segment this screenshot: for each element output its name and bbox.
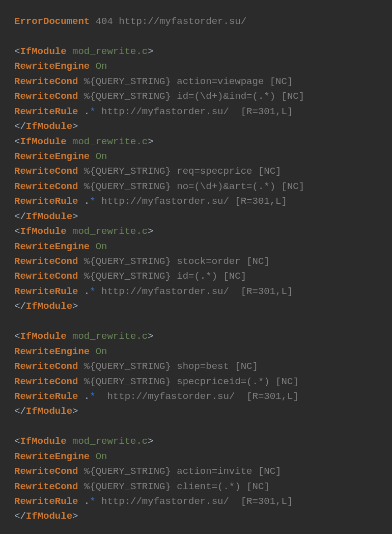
angle-open: </ — [14, 121, 26, 132]
line: RewriteRule .* http://myfastorder.su/ [R… — [14, 106, 293, 117]
directive-ifmodule: IfModule — [26, 301, 72, 312]
line: RewriteCond %{QUERY_STRING} specpriceid=… — [14, 376, 299, 387]
ifmodule-open: <IfModule mod_rewrite.c> — [14, 226, 154, 237]
line: RewriteCond %{QUERY_STRING} action=viewp… — [14, 76, 293, 87]
line: RewriteCond %{QUERY_STRING} no=(\d+)&art… — [14, 181, 304, 192]
line: RewriteRule .* http://myfastorder.su/ [R… — [14, 196, 287, 207]
directive-ifmodule: IfModule — [26, 211, 72, 222]
line: RewriteCond %{QUERY_STRING} id=(\d+)&ind… — [14, 91, 304, 102]
line: RewriteCond %{QUERY_STRING} client=(.*) … — [14, 481, 270, 492]
line: RewriteRule .* http://myfastorder.su/ [R… — [14, 496, 293, 507]
on-value: On — [96, 241, 107, 252]
angle-close: > — [72, 121, 78, 132]
angle-open: < — [14, 226, 20, 237]
directive-rewriteengine: RewriteEngine — [14, 61, 90, 72]
on-value: On — [96, 61, 107, 72]
line: RewriteEngine On — [14, 61, 107, 72]
line: RewriteCond %{QUERY_STRING} stock=order … — [14, 256, 270, 267]
angle-close: > — [148, 331, 153, 342]
rule-args: http://myfastorder.su/ [R=301,L] — [96, 496, 293, 507]
cond-args: %{QUERY_STRING} client=(.*) [NC] — [78, 481, 269, 492]
line: RewriteCond %{QUERY_STRING} action=invit… — [14, 466, 282, 477]
cond-args: %{QUERY_STRING} specpriceid=(.*) [NC] — [78, 376, 298, 387]
directive-rewriterule: RewriteRule — [14, 496, 78, 507]
directive-rewritecond: RewriteCond — [14, 91, 78, 102]
directive-ifmodule: IfModule — [20, 331, 66, 342]
line: RewriteCond %{QUERY_STRING} req=specpric… — [14, 166, 282, 177]
angle-close: > — [148, 136, 153, 147]
directive-rewriteengine: RewriteEngine — [14, 346, 90, 357]
on-value: On — [96, 151, 107, 162]
rule-args: http://myfastorder.su/ [R=301,L] — [96, 106, 293, 117]
regex-dot: . — [84, 196, 90, 207]
angle-close: > — [72, 406, 78, 417]
ifmodule-open: <IfModule mod_rewrite.c> — [14, 46, 154, 57]
module-name: mod_rewrite.c — [72, 436, 148, 447]
code-block: ErrorDocument 404 http://myfastorder.su/… — [14, 14, 392, 524]
regex-star: * — [90, 496, 95, 507]
regex-star: * — [90, 286, 95, 297]
rule-args: http://myfastorder.su/ [R=301,L] — [96, 391, 299, 402]
regex-dot: . — [84, 496, 90, 507]
ifmodule-open: <IfModule mod_rewrite.c> — [14, 331, 154, 342]
angle-close: > — [72, 511, 78, 522]
directive-rewritecond: RewriteCond — [14, 466, 78, 477]
on-value: On — [96, 451, 107, 462]
regex-dot: . — [84, 286, 90, 297]
angle-open: < — [14, 136, 20, 147]
directive-rewriteengine: RewriteEngine — [14, 241, 90, 252]
rule-args: http://myfastorder.su/ [R=301,L] — [96, 196, 287, 207]
directive-rewritecond: RewriteCond — [14, 271, 78, 282]
directive-rewriterule: RewriteRule — [14, 106, 78, 117]
directive-ifmodule: IfModule — [26, 121, 72, 132]
line: RewriteRule .* http://myfastorder.su/ [R… — [14, 391, 299, 402]
ifmodule-close: </IfModule> — [14, 511, 78, 522]
directive-ifmodule: IfModule — [26, 511, 72, 522]
angle-close: > — [148, 226, 153, 237]
ifmodule-close: </IfModule> — [14, 301, 78, 312]
cond-args: %{QUERY_STRING} action=viewpage [NC] — [78, 76, 293, 87]
directive-rewritecond: RewriteCond — [14, 361, 78, 372]
rule-args: http://myfastorder.su/ [R=301,L] — [96, 286, 293, 297]
angle-open: < — [14, 46, 20, 57]
module-name: mod_rewrite.c — [72, 136, 148, 147]
directive-rewritecond: RewriteCond — [14, 376, 78, 387]
line: RewriteCond %{QUERY_STRING} id=(.*) [NC] — [14, 271, 246, 282]
directive-rewriteengine: RewriteEngine — [14, 151, 90, 162]
directive-rewritecond: RewriteCond — [14, 256, 78, 267]
angle-close: > — [72, 301, 78, 312]
regex-dot: . — [84, 106, 90, 117]
line: ErrorDocument 404 http://myfastorder.su/ — [14, 16, 246, 27]
directive-rewriteengine: RewriteEngine — [14, 451, 90, 462]
ifmodule-close: </IfModule> — [14, 406, 78, 417]
directive-rewritecond: RewriteCond — [14, 181, 78, 192]
ifmodule-open: <IfModule mod_rewrite.c> — [14, 436, 154, 447]
regex-star: * — [90, 106, 95, 117]
cond-args: %{QUERY_STRING} shop=best [NC] — [78, 361, 258, 372]
line: RewriteEngine On — [14, 151, 107, 162]
ifmodule-close: </IfModule> — [14, 211, 78, 222]
line: RewriteRule .* http://myfastorder.su/ [R… — [14, 286, 293, 297]
angle-open: < — [14, 436, 20, 447]
directive-rewriterule: RewriteRule — [14, 286, 78, 297]
cond-args: %{QUERY_STRING} stock=order [NC] — [78, 256, 269, 267]
on-value: On — [96, 346, 107, 357]
ifmodule-open: <IfModule mod_rewrite.c> — [14, 136, 154, 147]
ifmodule-close: </IfModule> — [14, 121, 78, 132]
angle-close: > — [148, 436, 153, 447]
cond-args: %{QUERY_STRING} req=specprice [NC] — [78, 166, 281, 177]
directive-rewritecond: RewriteCond — [14, 76, 78, 87]
angle-open: < — [14, 331, 20, 342]
error-args: 404 http://myfastorder.su/ — [90, 16, 246, 27]
angle-open: </ — [14, 511, 26, 522]
regex-dot: . — [84, 391, 90, 402]
line: RewriteEngine On — [14, 346, 107, 357]
cond-args: %{QUERY_STRING} action=invite [NC] — [78, 466, 281, 477]
directive-ifmodule: IfModule — [20, 436, 66, 447]
directive-ifmodule: IfModule — [20, 226, 66, 237]
cond-args: %{QUERY_STRING} no=(\d+)&art=(.*) [NC] — [78, 181, 304, 192]
module-name: mod_rewrite.c — [72, 46, 148, 57]
regex-star: * — [90, 391, 95, 402]
module-name: mod_rewrite.c — [72, 226, 148, 237]
angle-close: > — [148, 46, 153, 57]
